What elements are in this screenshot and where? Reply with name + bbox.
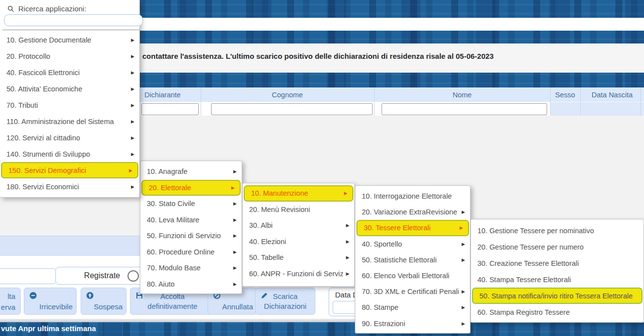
chevron-right-icon: ▶ — [233, 282, 237, 287]
search-label: Ricerca applicazioni: — [18, 4, 86, 13]
menu-item-stampe[interactable]: 80. Stampe▶ — [355, 299, 470, 315]
menu-item-elettorale-highlighted[interactable]: 20. Elettorale▶ — [141, 180, 241, 196]
accolta-con-riserva-button[interactable]: lta erva — [0, 288, 21, 315]
menu-item-stampa-registro-tessere[interactable]: 60. Stampa Registro Tessere — [471, 304, 644, 320]
column-header-data-nascita[interactable]: Data Nascita — [580, 87, 644, 102]
filter-cell-sesso — [550, 102, 580, 116]
chevron-right-icon: ▶ — [233, 169, 237, 174]
menu-item-aiuto[interactable]: 80. Aiuto▶ — [140, 276, 242, 293]
column-separator — [641, 87, 641, 116]
chevron-right-icon: ▶ — [231, 185, 235, 190]
column-separator — [550, 87, 551, 116]
elettorale-submenu: 10. Manutenzione▶ 20. Menù Revisioni 30.… — [242, 183, 355, 287]
menu-item-tabelle[interactable]: 50. Tabelle▶ — [243, 250, 354, 266]
sidebar-item-attivita-economiche[interactable]: 50. Attivita' Economiche▶ — [0, 81, 139, 97]
chevron-right-icon: ▶ — [131, 119, 134, 124]
column-separator — [580, 87, 581, 116]
column-header-cognome[interactable]: Cognome — [201, 87, 374, 102]
menu-item-elezioni[interactable]: 40. Elezioni▶ — [243, 234, 354, 250]
search-input[interactable] — [4, 14, 143, 26]
menu-item-tessere-elettorali-highlighted[interactable]: 30. Tessere Elettorali▶ — [356, 220, 469, 236]
chevron-right-icon: ▶ — [131, 54, 134, 59]
filter-input-cognome[interactable] — [211, 103, 373, 115]
sidebar-item-servizi-economici[interactable]: 180. Servizi Economici▶ — [0, 178, 139, 195]
sidebar-item-servizi-cittadino[interactable]: 120. Servizi al cittadino▶ — [0, 129, 139, 146]
chevron-right-icon: ▶ — [131, 184, 134, 189]
footer-status-text: vute Anpr ultima settimana — [1, 324, 96, 333]
sidebar-item-fascicoli-elettronici[interactable]: 40. Fascicoli Elettronici▶ — [0, 64, 139, 81]
arrow-up-circle-icon — [86, 292, 94, 299]
warning-banner-text: contattare l'assistenza. L'ultimo scaric… — [142, 52, 494, 60]
application-window: contattare l'assistenza. L'ultimo scaric… — [0, 0, 644, 336]
menu-item-stampa-notifica-invio-ritiro-highlighted[interactable]: 50. Stampa notifica/invio ritiro Tessera… — [472, 288, 643, 304]
menu-item-interrogazione-elettorale[interactable]: 10. Interrogazione Elettorale — [355, 188, 470, 204]
chevron-right-icon: ▶ — [346, 255, 349, 260]
sidebar-item-strumenti-sviluppo[interactable]: 140. Strumenti di Sviluppo▶ — [0, 146, 139, 162]
sidebar-items: 10. Gestione Documentale▶ 20. Protocollo… — [0, 32, 139, 195]
status-filter-input[interactable] — [0, 268, 56, 284]
menu-item-stato-civile[interactable]: 30. Stato Civile▶ — [140, 196, 242, 212]
chevron-right-icon: ▶ — [131, 152, 134, 157]
sidebar-item-tributi[interactable]: 70. Tributi▶ — [0, 97, 139, 113]
chevron-right-icon: ▶ — [233, 250, 237, 254]
chevron-right-icon: ▶ — [462, 305, 465, 310]
manutenzione-submenu: 10. Interrogazione Elettorale 20. Variaz… — [355, 185, 471, 334]
menu-item-variazione-extrarevisione[interactable]: 20. Variazione ExtraRevisione▶ — [355, 204, 470, 220]
chevron-right-icon: ▶ — [462, 257, 465, 262]
chevron-right-icon: ▶ — [460, 225, 463, 230]
chevron-right-icon: ▶ — [462, 242, 465, 247]
registrate-radio-option[interactable]: Registrate — [55, 267, 147, 285]
menu-item-modulo-base[interactable]: 70. Modulo Base▶ — [140, 260, 242, 276]
button-label: Scarica Dichiarazioni — [256, 292, 315, 311]
button-label: lta erva — [1, 291, 15, 313]
menu-item-leva-militare[interactable]: 40. Leva Militare▶ — [140, 212, 242, 228]
menu-item-creazione-tessere-elettorali[interactable]: 30. Creazione Tessere Elettorali — [471, 255, 644, 271]
applications-menu-panel: Ricerca applicazioni: 10. Gestione Docum… — [0, 0, 140, 198]
button-label: Annullata — [211, 302, 253, 311]
menu-item-gestione-tessere-nominativo[interactable]: 10. Gestione Tessere per nominativo — [471, 222, 644, 239]
scarica-dichiarazioni-button[interactable]: Scarica Dichiarazioni — [255, 288, 315, 315]
menu-item-stampa-tessere-elettorali[interactable]: 40. Stampa Tessere Elettorali — [471, 271, 644, 288]
column-header-nome[interactable]: Nome — [374, 87, 550, 102]
sidebar-item-gestione-documentale[interactable]: 10. Gestione Documentale▶ — [0, 32, 139, 48]
column-header-sesso[interactable]: Sesso — [550, 87, 580, 102]
chevron-right-icon: ▶ — [131, 103, 134, 108]
menu-item-sportello[interactable]: 40. Sportello▶ — [355, 236, 470, 252]
filter-input-nome[interactable] — [382, 103, 547, 115]
chevron-right-icon: ▶ — [131, 38, 134, 42]
menu-item-albi[interactable]: 30. Albi▶ — [243, 217, 354, 234]
chevron-right-icon: ▶ — [233, 217, 237, 222]
menu-item-anagrafe[interactable]: 10. Anagrafe▶ — [140, 164, 242, 180]
menu-item-3d-xml-certificati-penali[interactable]: 70. 3D XML e Certificati Penali▶ — [355, 284, 470, 299]
chevron-right-icon: ▶ — [131, 70, 134, 75]
filter-input-dichiarante[interactable] — [141, 103, 199, 115]
chevron-right-icon: ▶ — [233, 265, 237, 270]
chevron-right-icon: ▶ — [131, 86, 134, 91]
menu-item-procedure-online[interactable]: 60. Procedure Online▶ — [140, 244, 242, 260]
minus-circle-icon — [29, 292, 37, 299]
button-label: Accolta definitivamente — [130, 292, 215, 311]
menu-item-gestione-tessere-numero[interactable]: 20. Gestione Tessere per numero — [471, 239, 644, 255]
menu-item-elenco-verbali-elettorali[interactable]: 60. Elenco Verbali Elettorali — [355, 268, 470, 284]
sospesa-button[interactable]: Sospesa — [81, 288, 127, 315]
search-icon — [7, 5, 14, 12]
menu-item-statistiche-elettorali[interactable]: 50. Statistiche Elettorali▶ — [355, 252, 470, 268]
chevron-right-icon: ▶ — [129, 168, 132, 173]
menu-item-menu-revisioni[interactable]: 20. Menù Revisioni — [243, 202, 354, 218]
radio-circle-icon[interactable] — [128, 270, 139, 282]
menu-item-anpr-funzioni-di-servizio[interactable]: 60. ANPR - Funzioni di Servizio▶ — [243, 266, 354, 282]
servizi-demografici-submenu: 10. Anagrafe▶ 20. Elettorale▶ 30. Stato … — [140, 161, 242, 294]
menu-item-manutenzione-highlighted[interactable]: 10. Manutenzione▶ — [244, 185, 353, 202]
menu-item-funzioni-di-servizio[interactable]: 50. Funzioni di Servizio▶ — [140, 228, 242, 244]
menu-separator — [2, 30, 139, 30]
menu-item-estrazioni[interactable]: 90. Estrazioni▶ — [355, 316, 470, 332]
chevron-right-icon: ▶ — [462, 289, 465, 294]
sidebar-item-servizi-demografici-highlighted[interactable]: 150. Servizi Demografici▶ — [1, 162, 138, 178]
chevron-right-icon: ▶ — [462, 321, 465, 326]
irricevibile-button[interactable]: Irricevibile — [24, 288, 77, 315]
sidebar-item-amministrazione-sistema[interactable]: 110. Amministrazione del Sistema▶ — [0, 113, 139, 129]
sidebar-item-protocollo[interactable]: 20. Protocollo▶ — [0, 48, 139, 64]
registrate-label: Registrate — [84, 271, 120, 280]
tessere-elettorali-submenu: 10. Gestione Tessere per nominativo 20. … — [471, 219, 644, 323]
chevron-right-icon: ▶ — [462, 210, 465, 214]
